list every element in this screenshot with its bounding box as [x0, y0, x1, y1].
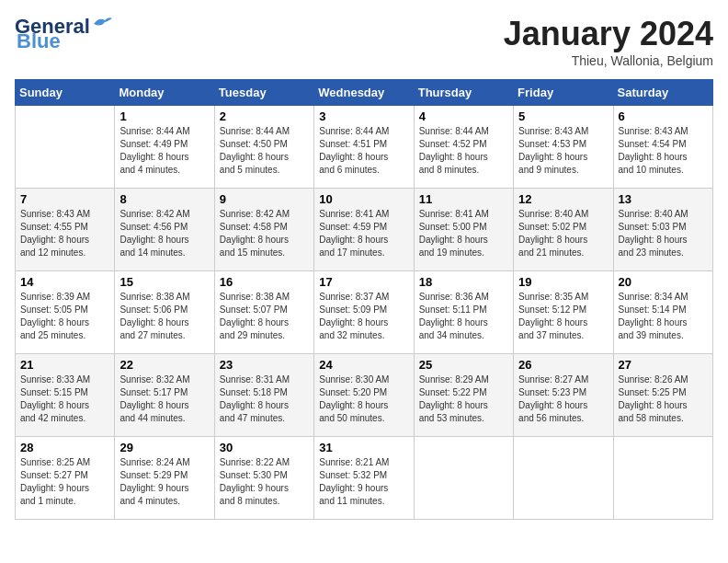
location-subtitle: Thieu, Wallonia, Belgium — [504, 53, 713, 68]
day-info: Sunrise: 8:24 AM Sunset: 5:29 PM Dayligh… — [119, 456, 209, 508]
calendar-cell — [414, 437, 513, 520]
calendar-cell: 31Sunrise: 8:21 AM Sunset: 5:32 PM Dayli… — [314, 437, 414, 520]
day-info: Sunrise: 8:44 AM Sunset: 4:51 PM Dayligh… — [319, 125, 408, 177]
calendar-cell: 14Sunrise: 8:39 AM Sunset: 5:05 PM Dayli… — [16, 271, 115, 354]
calendar-cell: 8Sunrise: 8:42 AM Sunset: 4:56 PM Daylig… — [115, 189, 214, 271]
calendar-cell: 19Sunrise: 8:35 AM Sunset: 5:12 PM Dayli… — [514, 271, 613, 354]
calendar-cell: 28Sunrise: 8:25 AM Sunset: 5:27 PM Dayli… — [16, 437, 115, 520]
day-number: 11 — [419, 192, 508, 206]
day-info: Sunrise: 8:30 AM Sunset: 5:20 PM Dayligh… — [319, 373, 408, 425]
calendar-cell — [514, 437, 613, 520]
calendar-cell: 24Sunrise: 8:30 AM Sunset: 5:20 PM Dayli… — [314, 354, 414, 437]
day-number: 19 — [518, 275, 608, 289]
day-number: 23 — [220, 358, 309, 372]
day-info: Sunrise: 8:40 AM Sunset: 5:03 PM Dayligh… — [619, 208, 708, 259]
day-number: 27 — [619, 358, 708, 372]
day-info: Sunrise: 8:21 AM Sunset: 5:32 PM Dayligh… — [319, 456, 408, 508]
day-info: Sunrise: 8:44 AM Sunset: 4:52 PM Dayligh… — [419, 125, 508, 177]
calendar-cell: 13Sunrise: 8:40 AM Sunset: 5:03 PM Dayli… — [613, 189, 712, 271]
col-header-saturday: Saturday — [613, 80, 712, 106]
day-number: 13 — [619, 192, 708, 206]
day-info: Sunrise: 8:41 AM Sunset: 4:59 PM Dayligh… — [319, 208, 408, 259]
day-info: Sunrise: 8:27 AM Sunset: 5:23 PM Dayligh… — [518, 373, 608, 425]
calendar-cell: 17Sunrise: 8:37 AM Sunset: 5:09 PM Dayli… — [314, 271, 414, 354]
calendar-cell: 10Sunrise: 8:41 AM Sunset: 4:59 PM Dayli… — [314, 189, 414, 271]
title-block: January 2024 Thieu, Wallonia, Belgium — [504, 15, 713, 68]
day-number: 4 — [419, 109, 508, 123]
week-row-5: 28Sunrise: 8:25 AM Sunset: 5:27 PM Dayli… — [16, 437, 713, 520]
day-number: 17 — [319, 275, 408, 289]
day-info: Sunrise: 8:25 AM Sunset: 5:27 PM Dayligh… — [20, 456, 109, 508]
calendar-cell: 7Sunrise: 8:43 AM Sunset: 4:55 PM Daylig… — [16, 189, 115, 271]
day-info: Sunrise: 8:29 AM Sunset: 5:22 PM Dayligh… — [419, 373, 508, 425]
calendar-cell: 23Sunrise: 8:31 AM Sunset: 5:18 PM Dayli… — [214, 354, 313, 437]
day-info: Sunrise: 8:41 AM Sunset: 5:00 PM Dayligh… — [419, 208, 508, 259]
day-number: 31 — [319, 441, 408, 454]
calendar-cell: 1Sunrise: 8:44 AM Sunset: 4:49 PM Daylig… — [115, 106, 214, 189]
day-number: 24 — [319, 358, 408, 372]
calendar-cell: 5Sunrise: 8:43 AM Sunset: 4:53 PM Daylig… — [514, 106, 613, 189]
day-info: Sunrise: 8:43 AM Sunset: 4:53 PM Dayligh… — [518, 125, 608, 177]
day-info: Sunrise: 8:37 AM Sunset: 5:09 PM Dayligh… — [319, 291, 408, 342]
day-info: Sunrise: 8:35 AM Sunset: 5:12 PM Dayligh… — [518, 291, 608, 342]
day-number: 20 — [619, 275, 708, 289]
month-title: January 2024 — [504, 15, 713, 53]
calendar-cell: 11Sunrise: 8:41 AM Sunset: 5:00 PM Dayli… — [414, 189, 513, 271]
calendar-cell: 4Sunrise: 8:44 AM Sunset: 4:52 PM Daylig… — [414, 106, 513, 189]
calendar-cell: 18Sunrise: 8:36 AM Sunset: 5:11 PM Dayli… — [414, 271, 513, 354]
calendar-cell: 22Sunrise: 8:32 AM Sunset: 5:17 PM Dayli… — [115, 354, 214, 437]
calendar-cell: 27Sunrise: 8:26 AM Sunset: 5:25 PM Dayli… — [613, 354, 712, 437]
day-number: 25 — [419, 358, 508, 372]
day-number: 6 — [619, 109, 708, 123]
day-info: Sunrise: 8:36 AM Sunset: 5:11 PM Dayligh… — [419, 291, 508, 342]
day-info: Sunrise: 8:38 AM Sunset: 5:07 PM Dayligh… — [220, 291, 309, 342]
day-info: Sunrise: 8:39 AM Sunset: 5:05 PM Dayligh… — [20, 291, 109, 342]
col-header-friday: Friday — [514, 80, 613, 106]
day-number: 14 — [20, 275, 109, 289]
day-number: 22 — [119, 358, 209, 372]
day-number: 15 — [119, 275, 209, 289]
calendar-cell: 3Sunrise: 8:44 AM Sunset: 4:51 PM Daylig… — [314, 106, 414, 189]
day-info: Sunrise: 8:43 AM Sunset: 4:55 PM Dayligh… — [20, 208, 109, 259]
day-number: 2 — [220, 109, 309, 123]
week-row-3: 14Sunrise: 8:39 AM Sunset: 5:05 PM Dayli… — [16, 271, 713, 354]
calendar-cell — [613, 437, 712, 520]
calendar-cell: 30Sunrise: 8:22 AM Sunset: 5:30 PM Dayli… — [214, 437, 313, 520]
day-info: Sunrise: 8:44 AM Sunset: 4:49 PM Dayligh… — [119, 125, 209, 177]
day-number: 16 — [220, 275, 309, 289]
day-number: 5 — [518, 109, 608, 123]
week-row-4: 21Sunrise: 8:33 AM Sunset: 5:15 PM Dayli… — [16, 354, 713, 437]
logo-bird-icon — [92, 15, 112, 31]
day-info: Sunrise: 8:33 AM Sunset: 5:15 PM Dayligh… — [20, 373, 109, 425]
calendar-cell: 29Sunrise: 8:24 AM Sunset: 5:29 PM Dayli… — [115, 437, 214, 520]
day-number: 29 — [119, 441, 209, 454]
calendar-cell: 2Sunrise: 8:44 AM Sunset: 4:50 PM Daylig… — [214, 106, 313, 189]
day-number: 9 — [220, 192, 309, 206]
calendar-cell: 21Sunrise: 8:33 AM Sunset: 5:15 PM Dayli… — [16, 354, 115, 437]
page-header: General Blue January 2024 Thieu, Walloni… — [15, 15, 713, 68]
col-header-tuesday: Tuesday — [214, 80, 313, 106]
calendar-cell: 25Sunrise: 8:29 AM Sunset: 5:22 PM Dayli… — [414, 354, 513, 437]
calendar-cell: 9Sunrise: 8:42 AM Sunset: 4:58 PM Daylig… — [214, 189, 313, 271]
calendar-cell — [16, 106, 115, 189]
day-number: 26 — [518, 358, 608, 372]
day-number: 12 — [518, 192, 608, 206]
day-number: 21 — [20, 358, 109, 372]
day-number: 10 — [319, 192, 408, 206]
col-header-wednesday: Wednesday — [314, 80, 414, 106]
logo-text-blue: Blue — [17, 29, 61, 53]
calendar-table: SundayMondayTuesdayWednesdayThursdayFrid… — [15, 79, 713, 520]
day-info: Sunrise: 8:42 AM Sunset: 4:58 PM Dayligh… — [220, 208, 309, 259]
logo: General Blue — [15, 15, 112, 53]
calendar-cell: 6Sunrise: 8:43 AM Sunset: 4:54 PM Daylig… — [613, 106, 712, 189]
col-header-monday: Monday — [115, 80, 214, 106]
day-info: Sunrise: 8:26 AM Sunset: 5:25 PM Dayligh… — [619, 373, 708, 425]
calendar-cell: 26Sunrise: 8:27 AM Sunset: 5:23 PM Dayli… — [514, 354, 613, 437]
calendar-cell: 16Sunrise: 8:38 AM Sunset: 5:07 PM Dayli… — [214, 271, 313, 354]
day-info: Sunrise: 8:34 AM Sunset: 5:14 PM Dayligh… — [619, 291, 708, 342]
day-info: Sunrise: 8:31 AM Sunset: 5:18 PM Dayligh… — [220, 373, 309, 425]
calendar-cell: 20Sunrise: 8:34 AM Sunset: 5:14 PM Dayli… — [613, 271, 712, 354]
day-info: Sunrise: 8:38 AM Sunset: 5:06 PM Dayligh… — [119, 291, 209, 342]
day-number: 30 — [220, 441, 309, 454]
day-number: 7 — [20, 192, 109, 206]
